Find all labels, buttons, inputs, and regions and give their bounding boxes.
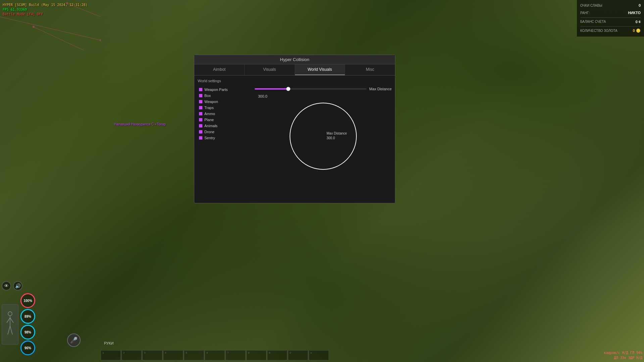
- hotkey-slot-3[interactable]: 3: [142, 350, 162, 360]
- radar-circle: [290, 103, 357, 170]
- world-item-weapon-parts[interactable]: Weapon Parts: [198, 87, 251, 92]
- world-item-color-drone: [199, 130, 202, 134]
- hotkey-slot-4[interactable]: 4: [163, 350, 183, 360]
- top-right-hud: ОЧКИ СЛАВЫ 0 РАНГ: НИКТО БАЛАНС СЧЕТА 0 …: [577, 0, 644, 37]
- world-item-weapon[interactable]: Weapon: [198, 99, 251, 104]
- tab-aimbot[interactable]: Aimbot: [194, 64, 245, 75]
- svg-line-27: [7, 318, 10, 323]
- hands-label: РУКИ: [104, 341, 113, 345]
- mic-button[interactable]: 🎤: [67, 333, 81, 347]
- sound-icon[interactable]: 🔊: [13, 281, 22, 291]
- tab-misc[interactable]: Misc: [345, 64, 395, 75]
- balance-row: БАЛАНС СЧЕТА 0 ¢: [580, 18, 641, 26]
- slider-value: 300.0: [258, 94, 267, 98]
- character-hud: 100% 89% 98% 96%: [2, 293, 35, 355]
- battle-mode-label: Battle Mode [F4] OFF: [3, 12, 88, 17]
- hud-divider-1: [580, 17, 641, 18]
- radar-distance-label: Max Distance: [327, 132, 347, 135]
- world-item-box[interactable]: Box: [198, 93, 251, 98]
- rank-label: РАНГ:: [580, 10, 590, 16]
- radar-panel: Max Distance 300.0 Max Distance 300.0: [255, 87, 392, 170]
- distance-slider[interactable]: [255, 88, 366, 90]
- section-header: World settings: [198, 79, 392, 84]
- balance-label: БАЛАНС СЧЕТА: [580, 19, 606, 25]
- stat-line-2: ДЛ 33к ЗДР Н/Д: [604, 355, 642, 360]
- bottom-left-hud: 👁 🔊 100% 89%: [2, 281, 35, 355]
- slider-fill: [255, 88, 288, 90]
- svg-line-30: [10, 326, 12, 334]
- hotkey-slot-9[interactable]: 9: [267, 350, 287, 360]
- world-item-color-sentry: [199, 136, 202, 140]
- world-item-color-weapon: [199, 100, 202, 103]
- world-item-animals[interactable]: Animals: [198, 123, 251, 128]
- hotkey-slot-5[interactable]: 5: [184, 350, 204, 360]
- rank-value: НИКТО: [628, 10, 641, 16]
- hydration-ring: 96%: [20, 341, 35, 355]
- svg-line-29: [8, 326, 10, 334]
- world-item-color-plane: [199, 118, 202, 121]
- stamina-ring: 89%: [20, 309, 35, 324]
- stat-rings: 100% 89% 98% 96%: [20, 293, 35, 355]
- svg-point-25: [8, 312, 12, 316]
- distance-slider-row: Max Distance: [255, 87, 392, 91]
- world-item-color-traps: [199, 106, 202, 109]
- world-item-color-animals: [199, 124, 202, 127]
- tab-visuals[interactable]: Visuals: [245, 64, 295, 75]
- gold-row: КОЛИЧЕСТВО ЗОЛОТА 0 🪙: [580, 27, 641, 35]
- modal-title: Hyper Collision: [280, 57, 309, 62]
- modal-body: World settings Weapon Parts Box Weapon: [194, 75, 395, 203]
- world-item-ammo[interactable]: Ammo: [198, 111, 251, 116]
- modal-tabs: Aimbot Visuals World Visuals Misc: [194, 64, 395, 75]
- world-items-list: Weapon Parts Box Weapon Traps Ammo: [198, 87, 251, 170]
- slider-thumb[interactable]: [286, 87, 290, 91]
- hotkey-bar: 1 2 3 4 5 6 7 8 9 0 о: [101, 350, 610, 360]
- hotkey-slot-o[interactable]: о: [309, 350, 329, 360]
- health-stat: 100%: [20, 293, 35, 308]
- world-item-drone[interactable]: Drone: [198, 129, 251, 135]
- top-left-hud: HYPER [SCUM] Build (May 15 2024, 12:31:2…: [3, 3, 88, 17]
- vision-stat: 98%: [20, 325, 35, 340]
- radar-circle-container: Max Distance 300.0: [290, 103, 357, 170]
- glory-points-row: ОЧКИ СЛАВЫ 0: [580, 2, 641, 9]
- hotkey-slot-1[interactable]: 1: [101, 350, 121, 360]
- world-item-sentry[interactable]: Sentry: [198, 135, 251, 141]
- vision-ring: 98%: [20, 325, 35, 340]
- eye-icon[interactable]: 👁: [2, 281, 11, 291]
- radar-distance-value: 300.0: [327, 136, 335, 140]
- stamina-stat: 89%: [20, 309, 35, 324]
- glory-points-value: 0: [639, 2, 641, 9]
- rank-row: РАНГ: НИКТО: [580, 9, 641, 17]
- slider-label: Max Distance: [369, 87, 392, 91]
- main-modal: Hyper Collision Aimbot Visuals World Vis…: [194, 55, 395, 203]
- perception-icons: 👁 🔊: [2, 281, 22, 291]
- world-item-color-ammo: [199, 112, 202, 115]
- build-info: HYPER [SCUM] Build (May 15 2024, 12:31:2…: [3, 3, 88, 7]
- world-item-plane[interactable]: Plane: [198, 117, 251, 122]
- gold-coin-icon: 🪙: [636, 29, 641, 33]
- balance-value: 0 ¢: [636, 19, 641, 25]
- world-item-color-weapon-parts: [199, 88, 202, 91]
- fps-counter: FPS 61.93369: [3, 7, 88, 12]
- stat-line-1: кадров/с Н/Д ГЛ 94%: [604, 350, 642, 355]
- world-item-color-box: [199, 94, 202, 97]
- gold-label: КОЛИЧЕСТВО ЗОЛОТА: [580, 28, 617, 34]
- character-model: [2, 304, 18, 345]
- modal-titlebar[interactable]: Hyper Collision: [194, 55, 395, 64]
- content-layout: Weapon Parts Box Weapon Traps Ammo: [198, 87, 392, 170]
- hotkey-slot-2[interactable]: 2: [121, 350, 142, 360]
- hotkey-slot-0[interactable]: 0: [288, 350, 308, 360]
- hud-divider-2: [580, 26, 641, 27]
- glory-points-label: ОЧКИ СЛАВЫ: [580, 3, 602, 9]
- health-ring: 100%: [20, 293, 35, 308]
- hotkey-slot-8[interactable]: 8: [246, 350, 266, 360]
- tab-world-visuals[interactable]: World Visuals: [295, 64, 345, 75]
- svg-line-28: [10, 318, 13, 323]
- hotkey-slot-7[interactable]: 7: [226, 350, 246, 360]
- bottom-right-hud: кадров/с Н/Д ГЛ 94% ДЛ 33к ЗДР Н/Д: [604, 350, 642, 360]
- hydration-stat: 96%: [20, 341, 35, 355]
- hotkey-slot-6[interactable]: 6: [205, 350, 225, 360]
- world-item-traps[interactable]: Traps: [198, 105, 251, 110]
- gold-value: 0 🪙: [633, 28, 641, 34]
